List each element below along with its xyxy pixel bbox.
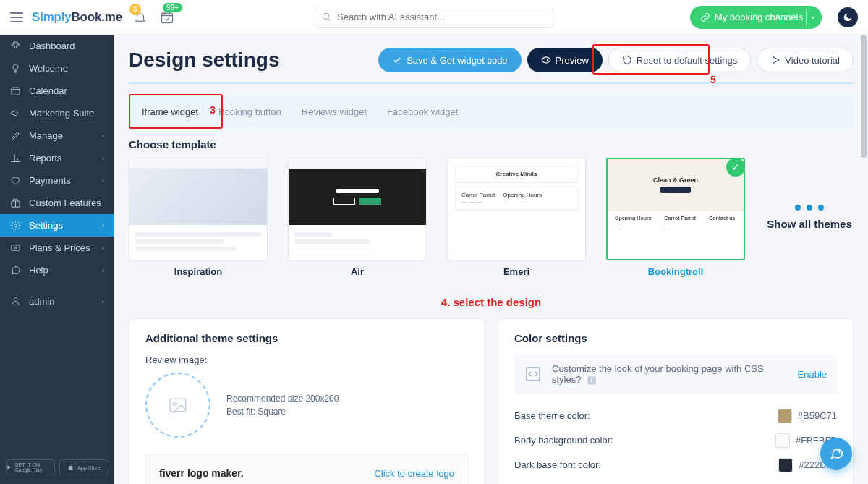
tab-iframe-widget[interactable]: Iframe widget	[142, 106, 198, 117]
sidebar-label: Welcome	[29, 63, 68, 74]
template-emeri[interactable]: Creative MindsCarrot Parrot Opening Hour…	[447, 158, 586, 277]
sidebar-label: Marketing Suite	[29, 108, 94, 119]
price-icon	[10, 242, 22, 253]
check-icon	[392, 55, 402, 65]
fiverr-logo: fiverr logo maker.	[159, 467, 244, 479]
apple-icon	[67, 464, 75, 471]
template-bookingtroll[interactable]: ✓Clean & GreenOpening Hours——Carrot Parr…	[606, 158, 745, 277]
additional-theme-settings-panel: Additional theme settings Review image: …	[129, 318, 485, 484]
sidebar-label: Custom Features	[29, 198, 101, 208]
logo-part: Book	[72, 10, 102, 24]
booking-channels-button[interactable]: My booking channels	[690, 6, 822, 29]
review-image-label: Review image:	[145, 354, 468, 365]
notifications[interactable]: $	[134, 11, 147, 24]
app-logo[interactable]: SimplyBook.me	[32, 10, 122, 25]
review-image-upload[interactable]	[145, 373, 210, 438]
fiverr-promo[interactable]: fiverr logo maker. Click to create logo	[145, 454, 468, 484]
tab-facebook-widget[interactable]: Facebook widget	[387, 106, 458, 117]
svg-point-8	[14, 298, 17, 302]
dollar-badge: $	[129, 4, 141, 15]
template-air[interactable]: Air	[288, 158, 427, 277]
template-thumb: Creative MindsCarrot Parrot Opening Hour…	[447, 158, 586, 260]
recommended-size: Recommended size 200x200	[226, 392, 339, 405]
show-all-themes[interactable]: Show all themes	[765, 205, 854, 230]
template-label: Bookingtroll	[648, 266, 704, 277]
sidebar-label: Manage	[29, 130, 63, 141]
search-input[interactable]	[315, 7, 553, 28]
color-label: Base theme color:	[514, 410, 590, 421]
dark-mode-toggle[interactable]	[838, 7, 858, 27]
chevron-right-icon: ›	[102, 244, 104, 252]
sidebar-item-manage[interactable]: Manage›	[0, 124, 114, 147]
sidebar-label: Payments	[29, 175, 71, 186]
link-icon	[700, 12, 710, 22]
template-label: Emeri	[503, 266, 529, 277]
template-label: Air	[351, 266, 364, 277]
logo-part: .me	[101, 10, 122, 24]
svg-rect-6	[12, 245, 20, 251]
tab-booking-button[interactable]: Booking button	[218, 106, 281, 117]
sidebar-item-reports[interactable]: Reports›	[0, 147, 114, 169]
color-swatch[interactable]	[778, 458, 793, 472]
global-search[interactable]	[315, 7, 553, 28]
sidebar-item-calendar[interactable]: Calendar	[0, 80, 114, 102]
sidebar-item-welcome[interactable]: Welcome	[0, 57, 114, 80]
color-swatch[interactable]	[778, 409, 792, 423]
svg-point-9	[545, 59, 548, 61]
image-icon	[169, 397, 187, 413]
template-inspiration[interactable]: Inspiration	[129, 158, 268, 277]
sidebar-label: Settings	[29, 220, 63, 231]
sidebar-item-settings[interactable]: Settings›	[0, 214, 114, 237]
play-icon	[7, 464, 12, 471]
color-swatch[interactable]	[775, 433, 790, 448]
svg-point-2	[14, 46, 17, 48]
sidebar-item-marketing-suite[interactable]: Marketing Suite	[0, 102, 114, 124]
preview-button[interactable]: Preview	[527, 48, 603, 72]
svg-rect-3	[12, 88, 20, 95]
sidebar-item-dashboard[interactable]: Dashboard	[0, 35, 114, 57]
sidebar-item-help[interactable]: Help›	[0, 259, 114, 281]
svg-text:i: i	[591, 377, 592, 383]
calendar-icon	[10, 85, 22, 96]
sidebar-label: Plans & Prices	[29, 242, 90, 253]
google-play-badge[interactable]: GET IT ON Google Play	[6, 459, 55, 475]
card-icon	[10, 175, 22, 186]
refresh-icon	[622, 55, 632, 65]
css-icon	[524, 365, 542, 383]
svg-point-5	[14, 224, 17, 227]
sidebar-item-custom-features[interactable]: Custom Features	[0, 192, 114, 214]
button-label: My booking channels	[715, 12, 803, 22]
svg-point-7	[14, 247, 17, 249]
sidebar-item-admin[interactable]: admin›	[0, 290, 114, 313]
fiverr-link[interactable]: Click to create logo	[374, 468, 454, 479]
user-icon	[10, 296, 22, 307]
color-hex[interactable]: #B59C71	[798, 410, 837, 421]
chevron-right-icon: ›	[102, 221, 104, 229]
video-tutorial-button[interactable]: Video tutorial	[757, 48, 854, 72]
tab-reviews-widget[interactable]: Reviews widget	[302, 106, 367, 117]
eye-icon	[541, 55, 551, 65]
reset-button[interactable]: Reset to default settings	[608, 48, 751, 72]
hamburger-menu[interactable]	[10, 12, 23, 22]
template-thumb	[129, 158, 268, 260]
cog-icon	[10, 220, 22, 231]
save-widget-button[interactable]: Save & Get widget code	[378, 48, 521, 72]
annotation-3: 3	[210, 104, 216, 116]
app-store-badge[interactable]: App Store	[59, 459, 109, 475]
sidebar-label: Help	[29, 265, 48, 276]
calendar-check-icon	[160, 10, 174, 25]
sidebar-item-plans-prices[interactable]: Plans & Prices›	[0, 237, 114, 259]
page-title: Design settings	[129, 48, 279, 72]
scrollbar[interactable]	[861, 35, 867, 158]
sidebar-item-payments[interactable]: Payments›	[0, 169, 114, 192]
calendar-shortcut[interactable]: 99+	[160, 10, 174, 25]
info-icon[interactable]: i	[587, 375, 597, 386]
template-label: Inspiration	[174, 266, 222, 277]
moon-icon	[843, 12, 853, 22]
search-icon	[321, 12, 331, 22]
svg-rect-0	[161, 13, 172, 22]
play-icon	[770, 55, 780, 65]
enable-css-link[interactable]: Enable	[798, 369, 827, 380]
tab-row: 3 Iframe widgetBooking buttonReviews wid…	[129, 95, 854, 128]
chat-fab[interactable]	[820, 438, 852, 470]
